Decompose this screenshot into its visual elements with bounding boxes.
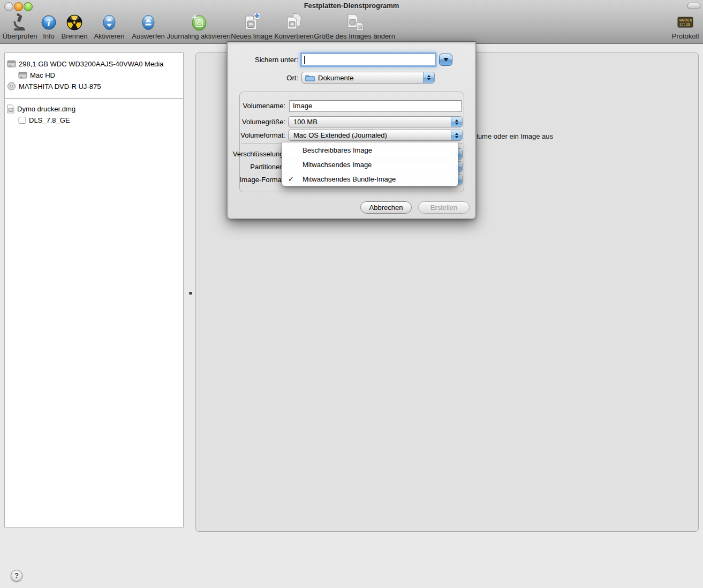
sidebar-item-label: Dymo drucker.dmg [17, 105, 75, 113]
select-volume-hint-text: lume oder ein Image aus [477, 132, 553, 140]
toolbar-label: Aktivieren [94, 33, 124, 40]
svg-text:17:36: 17:36 [679, 23, 690, 27]
new-image-sheet: Sichern unter: Ort: Dokumente Volumename… [227, 41, 476, 219]
check-icon: ✓ [288, 172, 300, 186]
log-icon: WARNIN 17:36 [677, 12, 693, 33]
volume-format-label: Volumeformat: [240, 131, 285, 139]
partitions-label: Partitionen: [250, 163, 285, 171]
toolbar-label: Protokoll [672, 33, 699, 40]
popup-stepper-icon [451, 130, 462, 140]
sidebar-item-label: MATSHITA DVD-R UJ-875 [19, 82, 101, 91]
window-chrome: Festplatten-Dienstprogramm Überprüfen [0, 0, 703, 44]
convert-icon [284, 12, 304, 33]
svg-text:WARNIN: WARNIN [679, 19, 692, 22]
save-as-label: Sichern unter: [255, 56, 298, 64]
popup-stepper-icon [423, 72, 434, 83]
encryption-label: Verschlüsselung: [233, 150, 285, 158]
toolbar-info-button[interactable]: i Info [38, 12, 59, 40]
toolbar-resize-image-button[interactable]: Größe des Images ändern [313, 12, 396, 40]
cancel-button[interactable]: Abbrechen [360, 201, 412, 214]
save-as-input[interactable] [301, 54, 435, 66]
splitter-handle[interactable] [189, 292, 192, 295]
sidebar-divider [5, 99, 183, 99]
volume-size-value: 100 MB [293, 118, 318, 126]
menu-item-writable-image[interactable]: Beschreibbares Image [282, 143, 458, 157]
volume-size-popup[interactable]: 100 MB [288, 116, 463, 127]
hard-drive-icon [18, 71, 27, 79]
create-button[interactable]: Erstellen [418, 201, 470, 214]
volume-format-value: Mac OS Extended (Journaled) [293, 131, 387, 139]
volume-format-popup[interactable]: Mac OS Extended (Journaled) [288, 130, 463, 141]
sidebar-item-label: Mac HD [30, 71, 55, 79]
toolbar-label: Größe des Images ändern [314, 33, 395, 40]
location-popup[interactable]: Dokumente [301, 72, 435, 84]
device-sidebar: 298,1 GB WDC WD3200AAJS-40VWA0 Media Mac… [4, 52, 184, 527]
toolbar-label: Neues Image [231, 33, 272, 40]
microscope-icon [11, 12, 28, 33]
toolbar-mount-button[interactable]: Aktivieren [91, 12, 127, 40]
location-label: Ort: [286, 74, 298, 82]
svg-text:i: i [48, 18, 50, 28]
toolbar-verify-button[interactable]: Überprüfen [1, 12, 39, 40]
volume-icon [18, 116, 26, 124]
menu-item-sparse-image[interactable]: Mitwachsendes Image [282, 157, 458, 172]
sidebar-item-label: DLS_7.8_GE [29, 116, 70, 124]
eject-icon [140, 12, 156, 33]
expand-disclosure-button[interactable] [439, 54, 452, 66]
info-icon: i [41, 12, 57, 33]
toolbar-label: Überprüfen [2, 33, 37, 40]
chevron-down-icon [443, 58, 449, 62]
window-title: Festplatten-Dienstprogramm [0, 2, 703, 10]
volume-name-value: Image [293, 102, 312, 110]
toolbar-burn-button[interactable]: Brennen [57, 12, 92, 40]
hard-drive-icon [7, 59, 16, 68]
volume-name-input[interactable]: Image [289, 100, 462, 112]
sidebar-item-disk[interactable]: 298,1 GB WDC WD3200AAJS-40VWA0 Media [5, 58, 183, 69]
toolbar-label: Konvertieren [274, 33, 314, 40]
sidebar-item-image-volume[interactable]: DLS_7.8_GE [5, 115, 183, 125]
burn-icon [66, 12, 83, 33]
toolbar-label: Journaling aktivieren [167, 33, 230, 40]
toolbar-label: Auswerfen [132, 33, 164, 40]
toolbar-toggle-pill[interactable] [687, 3, 700, 9]
location-value: Dokumente [318, 74, 353, 82]
sidebar-item-optical-drive[interactable]: MATSHITA DVD-R UJ-875 [5, 81, 183, 92]
menu-item-label: Mitwachsendes Bundle-Image [303, 175, 396, 183]
toolbar-log-button[interactable]: WARNIN 17:36 Protokoll [668, 12, 702, 40]
menu-item-sparse-bundle-image[interactable]: ✓ Mitwachsendes Bundle-Image [282, 172, 458, 186]
new-image-icon [241, 12, 262, 33]
journaling-icon [189, 12, 208, 33]
menu-item-label: Beschreibbares Image [303, 146, 372, 154]
help-button[interactable]: ? [11, 570, 22, 582]
toolbar-label: Info [43, 33, 55, 40]
disk-image-file-icon [7, 104, 14, 114]
sidebar-item-label: 298,1 GB WDC WD3200AAJS-40VWA0 Media [19, 60, 163, 68]
toolbar-convert-button[interactable]: Konvertieren [271, 12, 316, 40]
volume-name-label: Volumename: [243, 102, 286, 110]
sidebar-item-disk-image[interactable]: Dymo drucker.dmg [5, 103, 183, 114]
resize-image-icon [344, 12, 365, 33]
volume-size-label: Volumegröße: [242, 118, 285, 126]
image-format-menu: Beschreibbares Image Mitwachsendes Image… [282, 142, 458, 186]
menu-item-label: Mitwachsendes Image [303, 161, 372, 169]
mount-icon [101, 12, 117, 33]
sidebar-item-volume-machd[interactable]: Mac HD [5, 70, 183, 80]
text-caret [304, 56, 305, 64]
folder-icon [305, 74, 315, 81]
optical-disc-icon [7, 82, 16, 91]
toolbar-label: Brennen [61, 33, 87, 40]
image-format-label: Image-Format: [240, 176, 285, 184]
popup-stepper-icon [451, 117, 462, 127]
toolbar-new-image-button[interactable]: Neues Image [230, 12, 273, 40]
toolbar-eject-button[interactable]: Auswerfen [130, 12, 167, 40]
toolbar-journaling-button[interactable]: Journaling aktivieren [164, 12, 233, 40]
